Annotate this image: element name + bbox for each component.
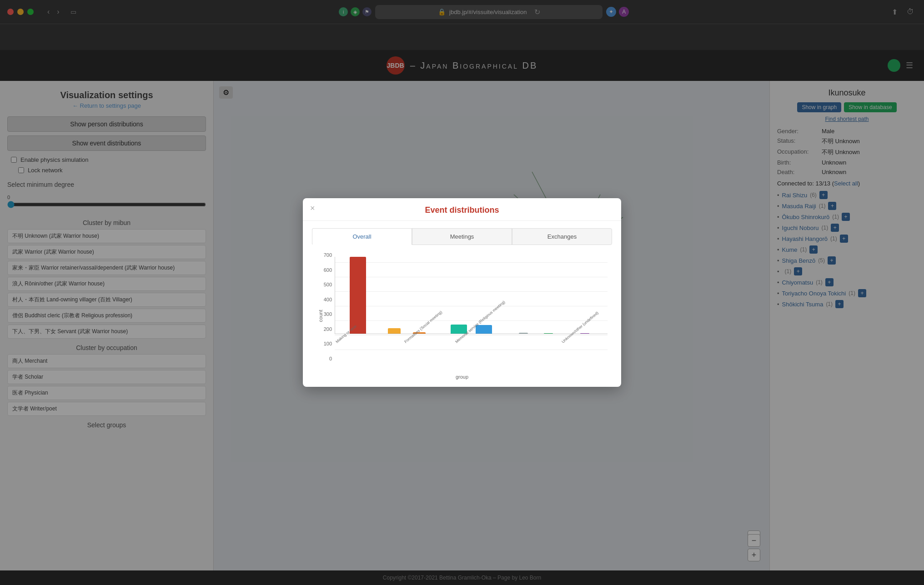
y-tick: 700 bbox=[324, 252, 332, 258]
y-tick: 300 bbox=[324, 311, 332, 317]
modal-header: × Event distributions bbox=[303, 198, 621, 221]
modal-tabs: Overall Meetings Exchanges bbox=[312, 228, 612, 245]
y-tick: 500 bbox=[324, 282, 332, 287]
modal-title: Event distributions bbox=[425, 205, 499, 215]
modal-close-button[interactable]: × bbox=[310, 204, 315, 213]
tab-meetings[interactable]: Meetings bbox=[412, 228, 512, 245]
bar-2 bbox=[388, 328, 401, 334]
bar-8 bbox=[580, 333, 589, 334]
chart-y-axis: 700 600 500 400 300 200 100 0 bbox=[312, 252, 335, 361]
bar-group-7 bbox=[537, 257, 560, 334]
bar-group-4 bbox=[447, 257, 470, 334]
modal-overlay[interactable]: × Event distributions Overall Meetings E… bbox=[0, 0, 924, 585]
y-axis-label: count bbox=[318, 310, 323, 322]
bar-5 bbox=[476, 325, 492, 334]
bar-7 bbox=[544, 333, 553, 334]
bar-6 bbox=[519, 333, 528, 334]
y-tick: 100 bbox=[324, 341, 332, 346]
tab-exchanges[interactable]: Exchanges bbox=[512, 228, 612, 245]
x-axis-label: group bbox=[456, 374, 468, 380]
chart-area: 700 600 500 400 300 200 100 0 count bbox=[312, 252, 612, 380]
x-labels: Making or receiving a visit for specific… bbox=[335, 339, 608, 380]
y-tick: 0 bbox=[329, 356, 332, 361]
y-tick: 600 bbox=[324, 267, 332, 273]
event-distributions-modal: × Event distributions Overall Meetings E… bbox=[303, 198, 621, 387]
bar-group-2 bbox=[383, 257, 406, 334]
bars-container bbox=[335, 257, 608, 334]
modal-body: Overall Meetings Exchanges 700 600 500 4… bbox=[303, 221, 621, 387]
bar-group-6 bbox=[512, 257, 535, 334]
bar-1 bbox=[350, 257, 366, 334]
bar-group-1 bbox=[335, 257, 380, 334]
tab-overall[interactable]: Overall bbox=[312, 228, 412, 245]
y-tick: 400 bbox=[324, 297, 332, 302]
y-tick: 200 bbox=[324, 326, 332, 332]
